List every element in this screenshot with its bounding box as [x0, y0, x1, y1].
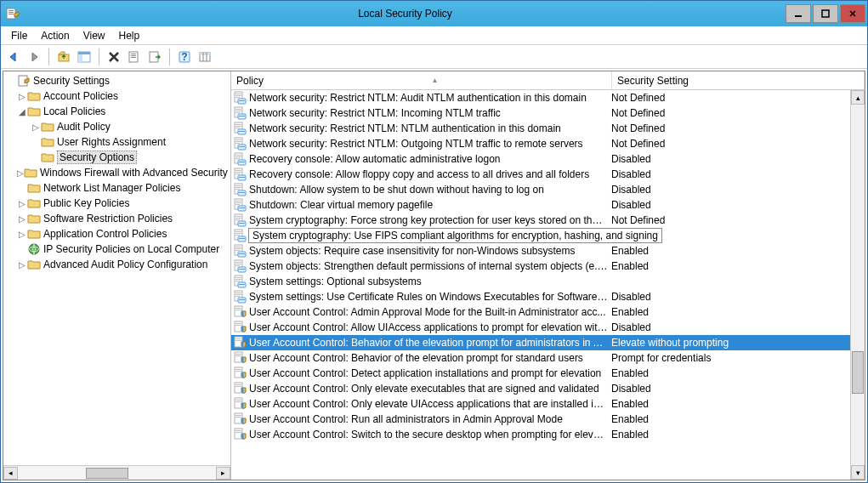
tree-item[interactable]: ▷Audit Policy	[3, 119, 230, 134]
svg-rect-59	[239, 177, 245, 178]
svg-rect-67	[235, 201, 241, 202]
policy-row[interactable]: Recovery console: Allow automatic admini…	[231, 151, 865, 167]
expander-icon[interactable]: ▷	[17, 260, 27, 270]
sort-indicator-icon: ▲	[432, 77, 439, 84]
column-policy[interactable]: Policy ▲	[231, 71, 612, 89]
policy-row[interactable]: User Account Control: Run all administra…	[231, 412, 865, 427]
menu-action[interactable]: Action	[34, 28, 76, 43]
policy-row[interactable]: User Account Control: Detect application…	[231, 366, 865, 381]
maximize-button[interactable]	[813, 4, 838, 23]
policy-row[interactable]: User Account Control: Admin Approval Mod…	[231, 304, 865, 320]
expander-icon[interactable]: ▷	[17, 214, 27, 224]
policy-row[interactable]: User Account Control: Only elevate UIAcc…	[231, 396, 865, 412]
tree-root[interactable]: Security Settings	[3, 73, 230, 88]
policy-row[interactable]: User Account Control: Behavior of the el…	[231, 335, 865, 350]
policy-row[interactable]: System cryptography: Force strong key pr…	[231, 213, 865, 228]
policy-row[interactable]: User Account Control: Behavior of the el…	[231, 350, 865, 366]
close-button[interactable]	[840, 4, 865, 23]
policy-row[interactable]: System cryptography: Use FIPS compliant …	[231, 228, 865, 243]
tree-item[interactable]: IP Security Policies on Local Computer	[3, 242, 230, 257]
menu-file[interactable]: File	[4, 28, 34, 43]
policy-row[interactable]: Network security: Restrict NTLM: Audit N…	[231, 90, 865, 105]
scroll-thumb[interactable]	[86, 468, 128, 479]
tree-item[interactable]: ▷Account Policies	[3, 88, 230, 104]
expander-icon[interactable]: ▷	[17, 230, 27, 239]
tree-item[interactable]: ▷Advanced Audit Policy Configuration	[3, 257, 230, 272]
svg-rect-121	[235, 369, 241, 370]
tree-item[interactable]: ◢Local Policies	[3, 104, 230, 119]
tree-item[interactable]: Security Options	[3, 150, 230, 165]
policy-name: User Account Control: Behavior of the el…	[249, 337, 611, 349]
policy-row[interactable]: System objects: Require case insensitivi…	[231, 243, 865, 259]
policy-row[interactable]: Network security: Restrict NTLM: Incomin…	[231, 105, 865, 121]
tree[interactable]: Security Settings ▷Account Policies◢Loca…	[3, 71, 230, 465]
expander-icon[interactable]: ▷	[31, 122, 41, 132]
tree-item[interactable]: User Rights Assignment	[3, 134, 230, 150]
svg-rect-124	[235, 384, 241, 385]
policy-row[interactable]: System settings: Use Certificate Rules o…	[231, 289, 865, 304]
export-button[interactable]	[145, 48, 164, 66]
expander-icon[interactable]: ◢	[17, 107, 27, 116]
policy-name: User Account Control: Behavior of the el…	[249, 352, 611, 364]
scroll-left-button[interactable]: ◂	[3, 467, 18, 480]
policy-name: User Account Control: Only elevate UIAcc…	[249, 398, 611, 410]
expander-icon[interactable]: ▷	[17, 199, 27, 208]
show-hide-tree-button[interactable]	[75, 48, 94, 66]
policy-row[interactable]: Shutdown: Allow system to be shut down w…	[231, 182, 865, 197]
tree-item[interactable]: ▷Application Control Policies	[3, 226, 230, 242]
menu-view[interactable]: View	[77, 28, 112, 43]
policy-row[interactable]: System objects: Strengthen default permi…	[231, 259, 865, 274]
policy-row[interactable]: Network security: Restrict NTLM: NTLM au…	[231, 121, 865, 136]
policy-list[interactable]: Network security: Restrict NTLM: Audit N…	[231, 90, 865, 480]
svg-rect-109	[235, 308, 241, 309]
policy-row[interactable]: User Account Control: Switch to the secu…	[231, 427, 865, 442]
policy-row[interactable]: Network security: Restrict NTLM: Outgoin…	[231, 136, 865, 151]
svg-rect-91	[235, 262, 241, 263]
minimize-button[interactable]	[786, 4, 811, 23]
scroll-down-button[interactable]: ▾	[851, 465, 865, 480]
list-pane: Policy ▲ Security Setting Network securi…	[231, 71, 865, 480]
svg-rect-75	[235, 219, 240, 220]
policy-value: Disabled	[611, 383, 865, 395]
policy-row[interactable]: Recovery console: Allow floppy copy and …	[231, 167, 865, 182]
policy-row[interactable]: User Account Control: Allow UIAccess app…	[231, 320, 865, 335]
uac-icon	[233, 397, 247, 411]
policy-icon	[233, 183, 247, 196]
scroll-thumb[interactable]	[852, 351, 864, 394]
policy-row[interactable]: User Account Control: Only elevate execu…	[231, 381, 865, 396]
properties-button[interactable]	[125, 48, 144, 66]
svg-rect-2	[9, 12, 14, 13]
policy-icon	[233, 275, 247, 288]
policy-row[interactable]: System settings: Optional subsystems	[231, 274, 865, 289]
column-security-setting[interactable]: Security Setting	[612, 71, 865, 89]
refresh-columns-button[interactable]	[196, 48, 214, 66]
horizontal-scrollbar[interactable]: ◂ ▸	[3, 465, 230, 480]
tree-label: Windows Firewall with Advanced Security	[40, 167, 228, 179]
back-button[interactable]	[4, 48, 23, 66]
policy-value: Not Defined	[611, 122, 865, 134]
scroll-right-button[interactable]: ▸	[216, 467, 230, 480]
tree-label: Application Control Policies	[43, 228, 167, 240]
scroll-up-button[interactable]: ▴	[851, 90, 865, 105]
menu-help[interactable]: Help	[112, 28, 147, 43]
svg-rect-110	[235, 310, 241, 310]
svg-rect-50	[235, 156, 241, 157]
svg-rect-65	[239, 192, 245, 193]
expander-icon[interactable]: ▷	[17, 92, 27, 101]
svg-rect-133	[235, 430, 241, 431]
policy-name: System settings: Use Certificate Rules o…	[249, 291, 611, 303]
policy-name: Network security: Restrict NTLM: Incomin…	[249, 107, 611, 119]
policy-row[interactable]: Shutdown: Clear virtual memory pagefileD…	[231, 197, 865, 213]
policy-icon	[233, 122, 247, 135]
vertical-scrollbar[interactable]: ▴ ▾	[850, 90, 865, 480]
tree-item[interactable]: ▷Windows Firewall with Advanced Security	[3, 165, 230, 180]
help-button[interactable]: ?	[175, 48, 194, 66]
tree-item[interactable]: ▷Public Key Policies	[3, 196, 230, 211]
tree-item[interactable]: ▷Software Restriction Policies	[3, 211, 230, 226]
forward-button[interactable]	[25, 48, 43, 66]
delete-button[interactable]	[105, 48, 123, 66]
expander-icon[interactable]: ▷	[17, 168, 24, 178]
up-button[interactable]	[54, 48, 73, 66]
policy-icon	[233, 198, 247, 212]
tree-item[interactable]: Network List Manager Policies	[3, 180, 230, 196]
